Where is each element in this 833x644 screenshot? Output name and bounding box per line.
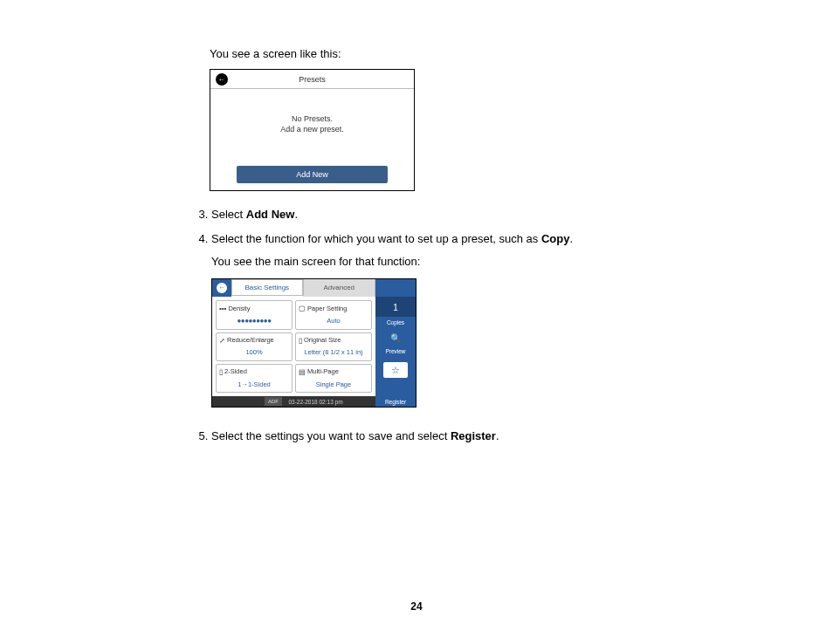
step-5-prefix: Select the settings you want to save and… bbox=[211, 429, 451, 442]
intro-text: You see a screen like this: bbox=[210, 47, 754, 60]
copies-label: Copies bbox=[387, 318, 404, 327]
presets-empty-message: No Presets. Add a new preset. bbox=[210, 89, 414, 161]
step-5: Select the settings you want to save and… bbox=[211, 427, 754, 446]
step-4-prefix: Select the function for which you want t… bbox=[211, 232, 541, 245]
twosided-icon: ▯ bbox=[219, 367, 223, 379]
paper-setting-value: Auto bbox=[299, 316, 368, 327]
register-label[interactable]: Register bbox=[375, 396, 416, 407]
reduce-enlarge-cell[interactable]: ⤢Reduce/Enlarge 100% bbox=[216, 332, 293, 361]
add-new-button[interactable]: Add New bbox=[237, 166, 388, 183]
density-cell[interactable]: •••Density ●●●●●●●●● bbox=[216, 300, 293, 329]
step-4: Select the function for which you want t… bbox=[211, 230, 754, 408]
density-label: Density bbox=[228, 304, 250, 315]
preview-label: Preview bbox=[385, 346, 405, 356]
step-5-suffix: . bbox=[496, 429, 499, 442]
density-value: ●●●●●●●●● bbox=[219, 315, 289, 327]
instruction-list: Select Add New. Select the function for … bbox=[183, 205, 754, 446]
original-size-value: Letter (8 1/2 x 11 in) bbox=[299, 347, 368, 359]
step-3-bold: Add New bbox=[246, 208, 295, 221]
multipage-icon: ▤ bbox=[299, 367, 306, 379]
paper-setting-cell[interactable]: ▢Paper Setting Auto bbox=[295, 300, 372, 329]
step-3-prefix: Select bbox=[211, 208, 246, 221]
multi-page-label: Multi-Page bbox=[307, 367, 339, 378]
presets-screenshot: ← Presets No Presets. Add a new preset. … bbox=[210, 69, 415, 191]
multi-page-cell[interactable]: ▤Multi-Page Single Page bbox=[295, 364, 372, 393]
copy-top-bar: ← Basic Settings Advanced bbox=[212, 279, 416, 297]
back-arrow-icon: ← bbox=[217, 283, 227, 293]
two-sided-value: 1→1-Sided bbox=[219, 380, 289, 391]
copy-sidebar: 1 Copies 🔍 Preview ☆ bbox=[375, 297, 416, 396]
presets-title: Presets bbox=[210, 75, 414, 84]
tab-basic-settings[interactable]: Basic Settings bbox=[231, 279, 304, 297]
reduce-icon: ⤢ bbox=[219, 335, 225, 347]
reduce-enlarge-value: 100% bbox=[219, 347, 289, 359]
empty-line-1: No Presets. bbox=[292, 114, 333, 125]
settings-grid: •••Density ●●●●●●●●● ▢Paper Setting Auto… bbox=[212, 297, 375, 396]
two-sided-label: 2-Sided bbox=[224, 367, 247, 378]
back-button[interactable]: ← bbox=[212, 279, 231, 297]
step-4-subtext: You see the main screen for that functio… bbox=[211, 252, 754, 271]
paper-setting-label: Paper Setting bbox=[307, 304, 347, 315]
step-3: Select Add New. bbox=[211, 205, 754, 224]
empty-line-2: Add a new preset. bbox=[280, 125, 344, 135]
density-icon: ••• bbox=[219, 303, 226, 315]
page-number: 24 bbox=[0, 600, 833, 613]
copy-function-screenshot: ← Basic Settings Advanced •••Density ●●●… bbox=[211, 278, 416, 408]
copies-number[interactable]: 1 bbox=[375, 297, 416, 317]
top-spacer bbox=[375, 279, 416, 297]
datetime-display: 03-22-2018 02:13 pm bbox=[256, 397, 375, 407]
tab-advanced[interactable]: Advanced bbox=[304, 279, 376, 297]
step-4-suffix: . bbox=[569, 232, 573, 245]
preview-icon[interactable]: 🔍 bbox=[390, 331, 401, 346]
original-size-label: Original Size bbox=[304, 335, 341, 346]
presets-titlebar: ← Presets bbox=[210, 70, 414, 89]
multi-page-value: Single Page bbox=[299, 380, 368, 391]
original-icon: ▯ bbox=[299, 335, 302, 347]
reduce-enlarge-label: Reduce/Enlarge bbox=[227, 335, 274, 346]
step-5-bold: Register bbox=[451, 429, 496, 442]
two-sided-cell[interactable]: ▯2-Sided 1→1-Sided bbox=[216, 364, 293, 393]
bottom-status-bar: ADF 03-22-2018 02:13 pm Register bbox=[212, 396, 416, 407]
original-size-cell[interactable]: ▯Original Size Letter (8 1/2 x 11 in) bbox=[295, 332, 372, 361]
paper-icon: ▢ bbox=[299, 303, 306, 315]
register-star-button[interactable]: ☆ bbox=[383, 362, 408, 378]
step-3-suffix: . bbox=[294, 208, 298, 221]
step-4-bold: Copy bbox=[541, 232, 570, 245]
